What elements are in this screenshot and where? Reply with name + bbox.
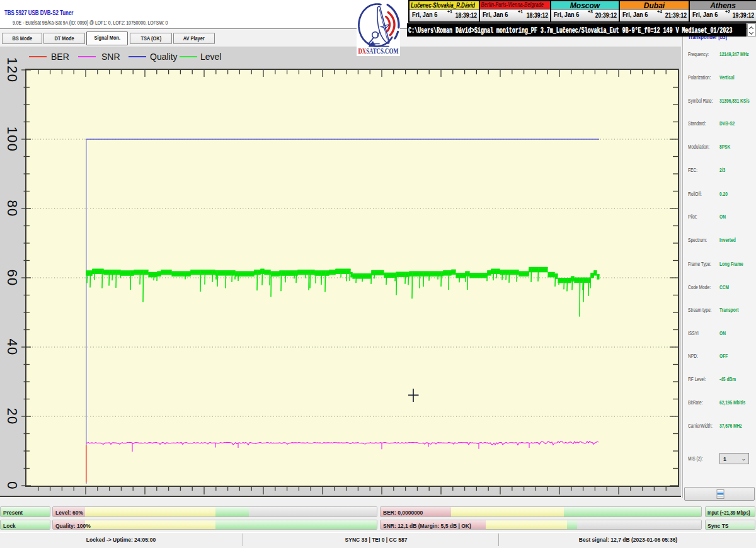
svg-text:DXSATCS.COM: DXSATCS.COM (358, 47, 399, 55)
